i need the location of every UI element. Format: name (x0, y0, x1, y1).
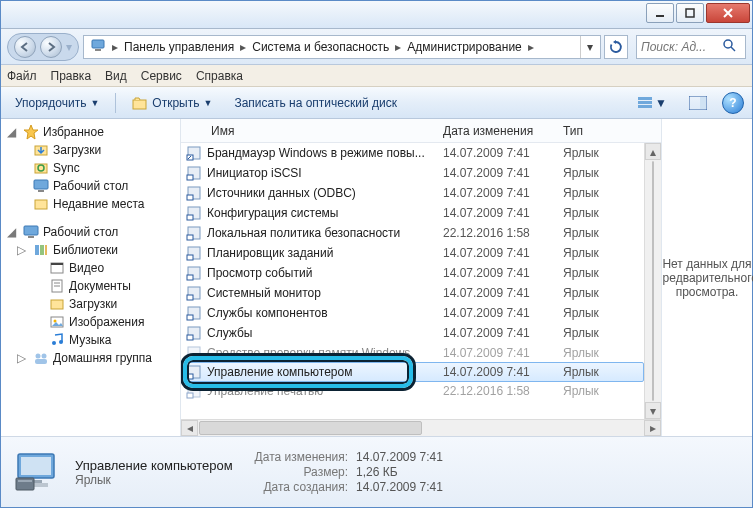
search-icon[interactable] (717, 38, 741, 55)
file-list[interactable]: Брандмауэр Windows в режиме повы...14.07… (181, 143, 661, 419)
chevron-right-icon[interactable]: ▸ (526, 40, 536, 54)
forward-button[interactable] (40, 36, 62, 58)
menu-edit[interactable]: Правка (51, 69, 92, 83)
svg-rect-64 (21, 457, 51, 475)
svg-rect-54 (187, 315, 193, 320)
search-box[interactable] (636, 35, 746, 59)
svg-rect-46 (187, 235, 193, 240)
menu-help[interactable]: Справка (196, 69, 243, 83)
downloads-icon (49, 296, 65, 312)
collapse-icon[interactable]: ◢ (7, 125, 19, 139)
view-mode-button[interactable]: ▼ (630, 92, 674, 114)
column-date[interactable]: Дата изменения (443, 124, 563, 138)
menu-file[interactable]: Файл (7, 69, 37, 83)
breadcrumb-administration[interactable]: Администрирование (403, 40, 525, 54)
column-name[interactable]: Имя (181, 124, 443, 138)
help-button[interactable]: ? (722, 92, 744, 114)
address-dropdown-icon[interactable]: ▾ (580, 36, 598, 58)
breadcrumb-control-panel[interactable]: Панель управления (120, 40, 238, 54)
scroll-right-icon[interactable]: ▸ (644, 420, 661, 436)
file-row[interactable]: Системный монитор14.07.2009 7:41Ярлык (181, 283, 661, 303)
prop-modified-label: Дата изменения: (255, 450, 349, 464)
scroll-left-icon[interactable]: ◂ (181, 420, 198, 436)
nav-desktop[interactable]: Рабочий стол (1, 177, 180, 195)
svg-rect-58 (187, 355, 193, 360)
chevron-right-icon[interactable]: ▸ (238, 40, 248, 54)
file-row[interactable]: Службы компонентов14.07.2009 7:41Ярлык (181, 303, 661, 323)
open-button[interactable]: Открыть▼ (126, 93, 218, 113)
prop-created-value: 14.07.2009 7:41 (356, 480, 443, 494)
nav-downloads[interactable]: Загрузки (1, 141, 180, 159)
file-row-selected[interactable]: Управление компьютером14.07.2009 7:41Ярл… (181, 362, 644, 382)
nav-homegroup[interactable]: ▷Домашняя группа (1, 349, 180, 367)
svg-rect-19 (24, 226, 38, 235)
file-row[interactable]: Инициатор iSCSI14.07.2009 7:41Ярлык (181, 163, 661, 183)
nav-videos[interactable]: Видео (1, 259, 180, 277)
nav-pictures[interactable]: Изображения (1, 313, 180, 331)
desktop-group[interactable]: ◢ Рабочий стол (1, 223, 180, 241)
svg-rect-42 (187, 195, 193, 200)
svg-rect-48 (187, 255, 193, 260)
vertical-scrollbar[interactable]: ▴ ▾ (644, 143, 661, 419)
chevron-right-icon[interactable]: ▸ (393, 40, 403, 54)
burn-button[interactable]: Записать на оптический диск (228, 94, 403, 112)
nav-music[interactable]: Музыка (1, 331, 180, 349)
nav-libraries[interactable]: ▷Библиотеки (1, 241, 180, 259)
file-row[interactable]: Брандмауэр Windows в режиме повы...14.07… (181, 143, 661, 163)
shortcut-icon (181, 364, 207, 380)
nav-recent[interactable]: Недавние места (1, 195, 180, 213)
file-row[interactable]: Просмотр событий14.07.2009 7:41Ярлык (181, 263, 661, 283)
star-icon (23, 124, 39, 140)
file-row[interactable]: Управление печатью22.12.2016 1:58Ярлык (181, 381, 661, 401)
svg-rect-44 (187, 215, 193, 220)
collapse-icon[interactable]: ◢ (7, 225, 19, 239)
back-button[interactable] (14, 36, 36, 58)
nav-downloads-lib[interactable]: Загрузки (1, 295, 180, 313)
svg-rect-2 (92, 40, 104, 48)
file-row[interactable]: Источники данных (ODBC)14.07.2009 7:41Яр… (181, 183, 661, 203)
menu-tools[interactable]: Сервис (141, 69, 182, 83)
svg-point-35 (42, 354, 47, 359)
file-row[interactable]: Средство проверки памяти Windows14.07.20… (181, 343, 661, 363)
scroll-down-icon[interactable]: ▾ (645, 402, 661, 419)
svg-rect-18 (35, 200, 47, 209)
computer-management-icon (14, 452, 62, 492)
menu-view[interactable]: Вид (105, 69, 127, 83)
nav-sync[interactable]: Sync (1, 159, 180, 177)
scroll-up-icon[interactable]: ▴ (645, 143, 661, 160)
details-thumbnail (11, 445, 65, 499)
breadcrumb-system-security[interactable]: Система и безопасность (248, 40, 393, 54)
shortcut-icon (181, 305, 207, 321)
preview-pane: Нет данных для предварительного просмотр… (662, 119, 752, 436)
nav-documents[interactable]: Документы (1, 277, 180, 295)
preview-pane-toggle[interactable] (684, 92, 712, 114)
organize-button[interactable]: Упорядочить▼ (9, 94, 105, 112)
prop-size-value: 1,26 КБ (356, 465, 443, 479)
scrollbar-thumb[interactable] (652, 161, 654, 401)
file-row[interactable]: Планировщик заданий14.07.2009 7:41Ярлык (181, 243, 661, 263)
chevron-right-icon[interactable]: ▸ (110, 40, 120, 54)
file-row[interactable]: Конфигурация системы14.07.2009 7:41Ярлык (181, 203, 661, 223)
search-input[interactable] (637, 40, 717, 54)
svg-rect-3 (95, 49, 101, 51)
maximize-button[interactable] (676, 3, 704, 23)
svg-rect-8 (638, 101, 652, 104)
minimize-button[interactable] (646, 3, 674, 23)
address-bar[interactable]: ▸ Панель управления ▸ Система и безопасн… (83, 35, 601, 59)
nav-history-dropdown[interactable]: ▾ (66, 40, 72, 54)
computer-icon[interactable] (86, 37, 110, 56)
menu-bar: Файл Правка Вид Сервис Справка (1, 65, 752, 87)
prop-size-label: Размер: (255, 465, 349, 479)
scrollbar-thumb[interactable] (199, 421, 422, 435)
horizontal-scrollbar[interactable]: ◂ ▸ (181, 419, 661, 436)
explorer-window: ▾ ▸ Панель управления ▸ Система и безопа… (0, 0, 753, 508)
favorites-group[interactable]: ◢ Избранное (1, 123, 180, 141)
refresh-button[interactable] (604, 35, 628, 59)
desktop-icon (33, 178, 49, 194)
file-row[interactable]: Локальная политика безопасности22.12.201… (181, 223, 661, 243)
close-button[interactable] (706, 3, 750, 23)
svg-marker-12 (24, 125, 38, 139)
file-row[interactable]: Службы14.07.2009 7:41Ярлык (181, 323, 661, 343)
shortcut-icon (181, 383, 207, 399)
column-type[interactable]: Тип (563, 124, 643, 138)
